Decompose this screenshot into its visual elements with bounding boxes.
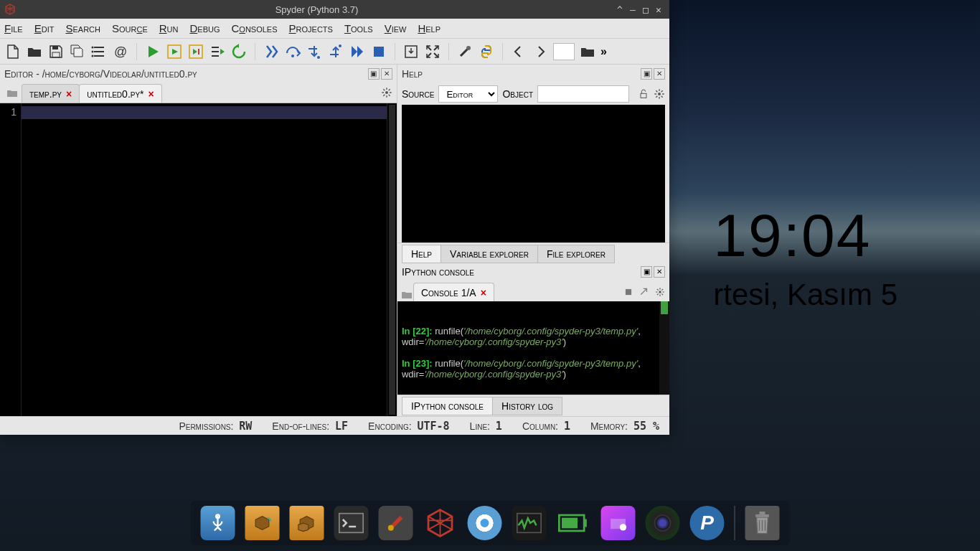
console-scrollbar[interactable] <box>659 301 669 395</box>
tab-variable-explorer[interactable]: Variable explorer <box>440 245 538 263</box>
console-undock-button[interactable]: ▣ <box>641 266 652 278</box>
status-memory-label: Memory: <box>590 420 628 432</box>
maximize-pane-icon[interactable] <box>424 43 441 60</box>
object-label: Object <box>502 88 533 100</box>
rerun-icon[interactable] <box>230 43 248 60</box>
svg-point-14 <box>385 91 388 94</box>
tab-close-icon[interactable]: × <box>481 287 486 298</box>
object-input[interactable] <box>537 85 629 103</box>
toolbar-more-icon[interactable]: » <box>600 45 607 58</box>
tab-help[interactable]: Help <box>402 245 441 263</box>
clear-icon[interactable] <box>639 287 649 297</box>
step-into-icon[interactable] <box>306 43 323 60</box>
tab-close-icon[interactable]: × <box>149 88 154 100</box>
svg-rect-15 <box>641 93 646 98</box>
source-select[interactable]: Editor <box>438 85 498 103</box>
editor-undock-button[interactable]: ▣ <box>368 68 380 80</box>
continue-icon[interactable] <box>349 43 366 60</box>
debug-icon[interactable] <box>263 43 280 60</box>
close-button[interactable]: ✕ <box>652 4 665 15</box>
tab-untitled0[interactable]: untitled0.py* × <box>79 84 162 103</box>
dock-camera[interactable] <box>646 506 680 540</box>
dock-system-monitor[interactable] <box>512 506 547 540</box>
python-path-icon[interactable] <box>478 43 495 60</box>
dock-app-p[interactable]: P <box>690 506 725 540</box>
status-permissions: RW <box>239 420 252 433</box>
code-editor[interactable]: 1 <box>0 103 397 416</box>
preferences-icon[interactable] <box>456 43 473 60</box>
stop-icon[interactable] <box>370 43 387 60</box>
console-close-button[interactable]: ✕ <box>654 266 665 278</box>
dock-tools[interactable] <box>379 506 413 540</box>
forward-icon[interactable] <box>532 43 549 60</box>
interrupt-icon[interactable] <box>623 287 633 297</box>
run-cell-icon[interactable] <box>166 43 183 60</box>
tab-close-icon[interactable]: × <box>66 88 72 100</box>
browse-folder-icon[interactable] <box>579 43 596 60</box>
dock-packages[interactable] <box>245 506 280 540</box>
dock-chromium[interactable] <box>468 506 502 540</box>
new-file-icon[interactable] <box>4 43 22 60</box>
save-all-icon[interactable] <box>69 43 86 60</box>
menu-edit[interactable]: Edit <box>34 22 55 34</box>
run-cell-advance-icon[interactable] <box>187 43 204 60</box>
maximize-button[interactable]: □ <box>639 4 652 15</box>
console-browse-icon[interactable] <box>400 288 413 301</box>
window-titlebar[interactable]: Spyder (Python 3.7) ^ — □ ✕ <box>0 0 669 19</box>
main-toolbar: @ » <box>0 39 669 65</box>
help-title: Help <box>402 68 639 80</box>
minimize-button[interactable]: — <box>626 4 639 15</box>
help-undock-button[interactable]: ▣ <box>641 68 652 80</box>
menu-debug[interactable]: Debug <box>189 22 220 34</box>
svg-point-4 <box>92 55 94 57</box>
at-icon[interactable]: @ <box>112 43 129 60</box>
back-icon[interactable] <box>510 43 527 60</box>
dock-packages2[interactable] <box>290 506 324 540</box>
console-options-icon[interactable] <box>655 287 665 297</box>
tab-file-explorer[interactable]: File explorer <box>537 245 615 263</box>
tab-temp[interactable]: temp.py × <box>22 84 80 103</box>
dock-spyder[interactable] <box>423 506 458 540</box>
editor-close-button[interactable]: ✕ <box>381 68 392 80</box>
save-icon[interactable] <box>47 43 65 60</box>
menu-search[interactable]: Search <box>65 22 100 34</box>
editor-scrollbar[interactable] <box>387 103 397 416</box>
menu-consoles[interactable]: Consoles <box>231 22 277 34</box>
menu-run[interactable]: Run <box>159 22 179 34</box>
dock-battery[interactable] <box>557 506 591 540</box>
tab-browse-icon[interactable] <box>6 87 19 100</box>
tab-history-log[interactable]: History log <box>492 397 562 415</box>
step-over-icon[interactable] <box>284 43 301 60</box>
help-options-icon[interactable] <box>654 88 665 100</box>
menu-source[interactable]: Source <box>112 22 148 34</box>
menu-projects[interactable]: Projects <box>289 22 333 34</box>
tab-ipython-console[interactable]: IPython console <box>402 397 493 415</box>
run-icon[interactable] <box>144 43 161 60</box>
menu-help[interactable]: Help <box>418 22 440 34</box>
status-encoding: UTF-8 <box>417 420 449 433</box>
step-out-icon[interactable] <box>327 43 344 60</box>
import-icon[interactable] <box>402 43 420 60</box>
dock-terminal[interactable] <box>334 506 369 540</box>
console-title: IPython console <box>402 266 639 278</box>
svg-point-3 <box>92 50 94 52</box>
working-dir-box[interactable] <box>553 43 575 60</box>
menu-tools[interactable]: Tools <box>344 22 373 34</box>
run-selection-icon[interactable] <box>209 43 226 60</box>
console-tab[interactable]: Console 1/A × <box>413 283 494 301</box>
help-close-button[interactable]: ✕ <box>654 68 665 80</box>
menu-bar: File Edit Search Source Run Debug Consol… <box>0 19 669 39</box>
svg-rect-20 <box>339 514 363 533</box>
editor-options-icon[interactable] <box>381 87 392 98</box>
dock-anchor[interactable] <box>201 506 235 540</box>
tab-label: temp.py <box>29 88 62 100</box>
open-file-icon[interactable] <box>26 43 43 60</box>
lock-icon[interactable] <box>638 88 649 100</box>
dock-screenshot[interactable] <box>601 506 636 540</box>
menu-file[interactable]: File <box>4 22 23 34</box>
console-output[interactable]: In [22]: runfile('/home/cyborg/.config/s… <box>397 301 669 395</box>
list-icon[interactable] <box>90 43 108 60</box>
dock-trash[interactable] <box>745 506 780 540</box>
menu-view[interactable]: View <box>385 22 407 34</box>
window-up-button[interactable]: ^ <box>613 4 626 15</box>
